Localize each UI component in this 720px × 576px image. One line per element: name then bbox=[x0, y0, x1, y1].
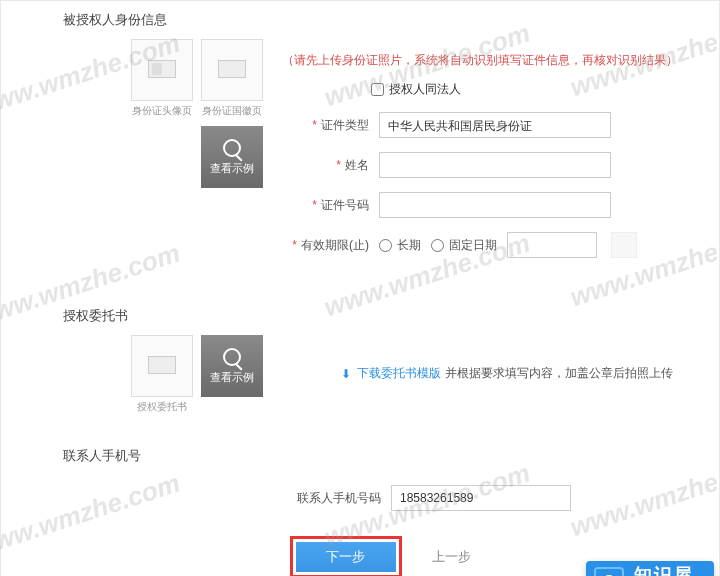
name-label: 姓名 bbox=[345, 158, 369, 172]
upload-id-front[interactable] bbox=[131, 39, 193, 101]
section-title-phone: 联系人手机号 bbox=[1, 437, 719, 475]
download-icon: ⬇ bbox=[341, 367, 351, 381]
id-back-icon bbox=[218, 60, 246, 78]
section-title-auth-letter: 授权委托书 bbox=[1, 297, 719, 335]
valid-label: 有效期限(止) bbox=[301, 238, 369, 252]
section-title-id-info: 被授权人身份信息 bbox=[1, 1, 719, 39]
magnifier-icon bbox=[223, 139, 241, 157]
valid-date-input[interactable] bbox=[507, 232, 597, 258]
cert-no-input[interactable] bbox=[379, 192, 611, 218]
id-front-icon bbox=[148, 60, 176, 78]
upload-auth-label: 授权委托书 bbox=[131, 397, 193, 412]
badge-icon: ? bbox=[594, 567, 624, 576]
magnifier-icon bbox=[223, 348, 241, 366]
valid-fixed-label: 固定日期 bbox=[449, 237, 497, 254]
upload-id-back[interactable] bbox=[201, 39, 263, 101]
view-example-id[interactable]: 查看示例 bbox=[201, 126, 263, 188]
highlight-frame: 下一步 bbox=[290, 536, 402, 576]
cert-type-value[interactable]: 中华人民共和国居民身份证 bbox=[379, 112, 611, 138]
legal-person-label: 授权人同法人 bbox=[389, 81, 461, 98]
badge-title: 知识屋 bbox=[634, 568, 700, 576]
upload-auth-letter[interactable] bbox=[131, 335, 193, 397]
cert-no-label: 证件号码 bbox=[321, 198, 369, 212]
prev-button[interactable]: 上一步 bbox=[432, 548, 471, 566]
upload-id-back-label: 身份证国徽页 bbox=[201, 101, 263, 116]
date-picker-icon[interactable] bbox=[611, 232, 637, 258]
phone-input[interactable] bbox=[391, 485, 571, 511]
legal-person-checkbox[interactable] bbox=[371, 83, 384, 96]
next-button[interactable]: 下一步 bbox=[296, 542, 396, 572]
phone-label: 联系人手机号码 bbox=[297, 491, 381, 505]
example-label-auth: 查看示例 bbox=[210, 370, 254, 385]
brand-badge: ? 知识屋 zhishiwu.com bbox=[586, 561, 714, 576]
cert-type-label: 证件类型 bbox=[321, 118, 369, 132]
name-input[interactable] bbox=[379, 152, 611, 178]
doc-icon bbox=[148, 356, 176, 374]
example-label: 查看示例 bbox=[210, 161, 254, 176]
valid-long-radio[interactable] bbox=[379, 239, 392, 252]
download-tail-text: 并根据要求填写内容，加盖公章后拍照上传 bbox=[445, 365, 673, 382]
upload-hint: （请先上传身份证照片，系统将自动识别填写证件信息，再核对识别结果） bbox=[281, 43, 719, 81]
valid-fixed-radio[interactable] bbox=[431, 239, 444, 252]
valid-long-label: 长期 bbox=[397, 237, 421, 254]
view-example-auth[interactable]: 查看示例 bbox=[201, 335, 263, 397]
download-template-link[interactable]: 下载委托书模版 bbox=[357, 365, 441, 382]
upload-id-front-label: 身份证头像页 bbox=[131, 101, 193, 116]
